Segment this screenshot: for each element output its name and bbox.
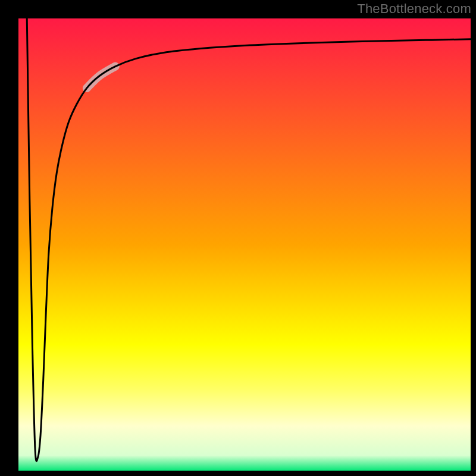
watermark-text: TheBottleneck.com (357, 1, 471, 17)
chart-canvas (0, 0, 476, 476)
chart-root: TheBottleneck.com (0, 0, 476, 476)
